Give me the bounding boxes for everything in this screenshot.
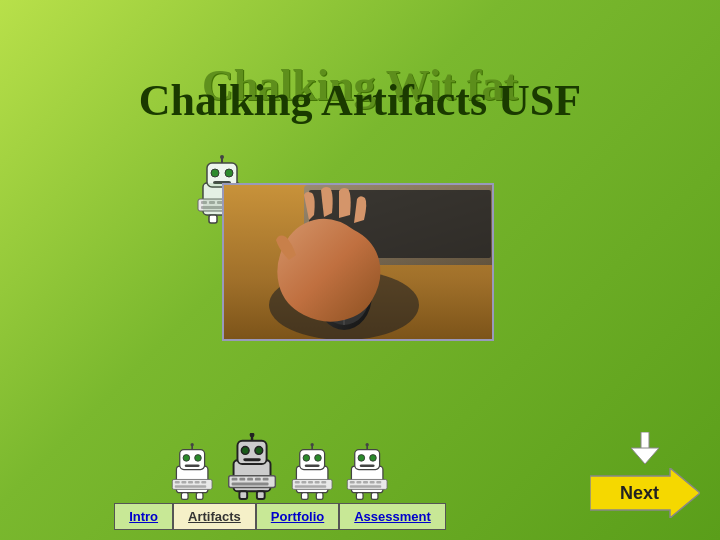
svg-rect-80 (356, 493, 363, 500)
svg-rect-51 (231, 478, 237, 481)
svg-rect-56 (231, 483, 268, 486)
svg-point-63 (310, 443, 313, 446)
svg-point-60 (314, 455, 321, 462)
svg-rect-54 (254, 478, 260, 481)
svg-rect-84 (356, 481, 361, 483)
next-button-area: Next (590, 432, 700, 522)
svg-rect-36 (181, 481, 186, 483)
svg-rect-40 (174, 485, 205, 487)
svg-rect-67 (294, 481, 299, 483)
svg-rect-45 (243, 458, 260, 461)
nav-icon-assessment (343, 443, 393, 501)
svg-point-6 (220, 155, 224, 159)
down-arrow-icon (631, 432, 659, 464)
svg-rect-29 (184, 465, 199, 467)
svg-rect-65 (316, 493, 323, 500)
hand-mouse-image (224, 185, 494, 341)
svg-point-44 (254, 447, 262, 455)
svg-rect-32 (181, 493, 188, 500)
svg-rect-55 (262, 478, 268, 481)
svg-rect-87 (376, 481, 381, 483)
svg-rect-83 (349, 481, 354, 483)
svg-rect-48 (239, 491, 247, 499)
portfolio-tab-button[interactable]: Portfolio (256, 503, 339, 530)
svg-rect-77 (359, 465, 374, 467)
svg-rect-72 (294, 485, 325, 487)
svg-rect-52 (239, 478, 245, 481)
svg-rect-66 (292, 479, 332, 489)
svg-rect-35 (174, 481, 179, 483)
svg-rect-49 (256, 491, 264, 499)
artifacts-tab-button[interactable]: Artifacts (173, 503, 256, 530)
svg-point-79 (365, 443, 368, 446)
svg-rect-53 (247, 478, 253, 481)
svg-rect-71 (321, 481, 326, 483)
nav-buttons-row: Intro Artifacts Portfolio Assessment (114, 503, 446, 530)
svg-point-43 (241, 447, 249, 455)
svg-rect-34 (172, 479, 212, 489)
next-button-svg[interactable]: Next (590, 468, 700, 518)
svg-rect-86 (369, 481, 374, 483)
main-container: Chalking Wit fat Chalking Artifacts USF (0, 0, 720, 540)
next-button-wrapper: Next (590, 468, 700, 522)
svg-point-31 (190, 443, 193, 446)
svg-point-27 (183, 455, 190, 462)
svg-rect-88 (349, 485, 380, 487)
intro-tab-button[interactable]: Intro (114, 503, 173, 530)
svg-rect-7 (209, 215, 217, 223)
svg-rect-89 (641, 432, 649, 450)
title-area: Chalking Wit fat Chalking Artifacts USF (60, 55, 660, 145)
svg-rect-81 (371, 493, 378, 500)
svg-rect-64 (301, 493, 308, 500)
svg-rect-82 (347, 479, 387, 489)
svg-rect-50 (228, 476, 275, 488)
main-image (222, 183, 494, 341)
svg-rect-61 (304, 465, 319, 467)
nav-icons-row (168, 433, 393, 501)
nav-icon-portfolio (288, 443, 338, 501)
svg-rect-37 (188, 481, 193, 483)
svg-rect-70 (314, 481, 319, 483)
svg-rect-33 (196, 493, 203, 500)
svg-rect-39 (201, 481, 206, 483)
svg-rect-69 (308, 481, 313, 483)
nav-icon-artifacts (223, 433, 283, 501)
assessment-tab-button[interactable]: Assessment (339, 503, 446, 530)
title-layer2: Chalking Artifacts USF (60, 75, 660, 126)
svg-rect-85 (363, 481, 368, 483)
nav-icon-intro (168, 443, 218, 501)
svg-point-76 (369, 455, 376, 462)
next-label: Next (620, 483, 659, 503)
svg-rect-68 (301, 481, 306, 483)
svg-point-75 (358, 455, 365, 462)
svg-point-28 (194, 455, 201, 462)
svg-point-47 (249, 433, 254, 437)
svg-point-59 (303, 455, 310, 462)
svg-marker-90 (631, 448, 659, 464)
svg-rect-38 (194, 481, 199, 483)
